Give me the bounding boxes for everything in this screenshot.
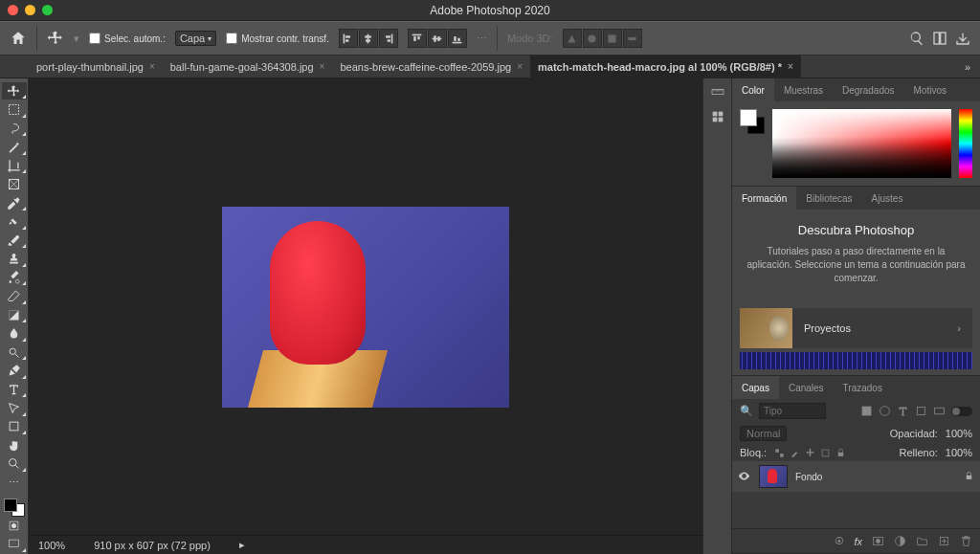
hand-tool[interactable] — [2, 436, 27, 454]
align-middle-button[interactable] — [428, 29, 447, 48]
align-right-button[interactable] — [379, 29, 398, 48]
panel-icon[interactable] — [710, 109, 725, 124]
document-image[interactable] — [222, 207, 509, 408]
align-left-button[interactable] — [339, 29, 358, 48]
tab-beans[interactable]: beans-brew-caffeine-coffee-2059.jpg× — [332, 55, 530, 78]
zoom-level[interactable]: 100% — [38, 540, 65, 551]
gradient-tool[interactable] — [2, 306, 27, 323]
move-tool[interactable] — [2, 82, 27, 100]
stamp-tool[interactable] — [2, 250, 27, 267]
close-tab-icon[interactable]: × — [320, 61, 325, 72]
filter-adjust-icon[interactable] — [879, 405, 891, 417]
eraser-tool[interactable] — [2, 287, 27, 304]
close-tab-icon[interactable]: × — [788, 61, 793, 72]
3d-mode-4-button[interactable] — [623, 29, 642, 48]
auto-select-checkbox[interactable]: Selec. autom.: — [89, 33, 166, 44]
layer-select-dropdown[interactable]: Capa — [175, 31, 216, 46]
tab-gradients[interactable]: Degradados — [833, 78, 903, 101]
lock-brush-icon[interactable] — [790, 448, 800, 458]
type-tool[interactable] — [2, 381, 27, 398]
home-icon[interactable] — [10, 30, 27, 47]
color-swatches[interactable] — [4, 499, 25, 517]
maximize-window-button[interactable] — [42, 5, 53, 15]
group-button[interactable] — [916, 535, 928, 547]
tab-match-active[interactable]: match-match-head-macro.jpg al 100% (RGB/… — [530, 55, 801, 78]
layer-thumbnail[interactable] — [759, 465, 788, 488]
zoom-tool[interactable] — [2, 455, 27, 473]
search-icon[interactable] — [909, 31, 924, 46]
learn-tile-projects[interactable]: Proyectos › — [740, 308, 972, 348]
path-tool[interactable] — [2, 399, 27, 416]
3d-mode-1-button[interactable] — [563, 29, 582, 48]
quickmask-button[interactable] — [2, 517, 27, 534]
blend-mode-select[interactable]: Normal — [740, 426, 787, 441]
opacity-value[interactable]: 100% — [946, 428, 972, 439]
document-info[interactable]: 910 px x 607 px (72 ppp) — [94, 540, 211, 551]
lock-pixels-icon[interactable] — [774, 448, 785, 458]
shape-tool[interactable] — [2, 418, 27, 435]
tab-overflow-button[interactable]: » — [955, 61, 980, 73]
wand-tool[interactable] — [2, 138, 27, 155]
history-brush-tool[interactable] — [2, 269, 27, 286]
filter-shape-icon[interactable] — [915, 405, 927, 417]
workspace-icon[interactable] — [932, 31, 947, 46]
pen-tool[interactable] — [2, 362, 27, 379]
learn-tile-secondary[interactable] — [740, 352, 972, 369]
new-layer-button[interactable] — [938, 535, 950, 547]
align-bottom-button[interactable] — [448, 29, 467, 48]
lock-all-icon[interactable] — [835, 448, 846, 458]
layer-filter-input[interactable] — [759, 403, 826, 419]
blur-tool[interactable] — [2, 324, 27, 342]
3d-mode-2-button[interactable] — [583, 29, 602, 48]
3d-mode-3-button[interactable] — [603, 29, 622, 48]
minimize-window-button[interactable] — [25, 5, 35, 15]
crop-tool[interactable] — [2, 157, 27, 174]
lock-icon[interactable] — [964, 471, 974, 483]
tab-ball[interactable]: ball-fun-game-goal-364308.jpg× — [163, 55, 333, 78]
fg-color-swatch[interactable] — [4, 499, 17, 512]
visibility-toggle[interactable] — [738, 470, 751, 484]
canvas[interactable] — [29, 78, 702, 535]
mask-button[interactable] — [872, 535, 884, 547]
tab-thumbnail[interactable]: port-play-thumbnail.jpg× — [29, 55, 163, 78]
frame-tool[interactable] — [2, 175, 27, 192]
filter-pixel-icon[interactable] — [860, 405, 873, 417]
tab-learn[interactable]: Formación — [732, 187, 796, 210]
close-tab-icon[interactable]: × — [149, 61, 155, 72]
align-top-button[interactable] — [408, 29, 427, 48]
tab-libraries[interactable]: Bibliotecas — [796, 187, 861, 210]
edit-toolbar-button[interactable]: ⋯ — [2, 474, 27, 491]
tab-layers[interactable]: Capas — [732, 376, 779, 399]
brush-tool[interactable] — [2, 232, 27, 249]
lasso-tool[interactable] — [2, 120, 27, 137]
filter-type-icon[interactable] — [897, 405, 909, 417]
close-window-button[interactable] — [8, 5, 18, 15]
status-chevron-icon[interactable]: ▸ — [239, 539, 245, 551]
color-field[interactable] — [772, 109, 951, 178]
lock-artboard-icon[interactable] — [820, 448, 831, 458]
filter-smart-icon[interactable] — [933, 405, 946, 417]
close-tab-icon[interactable]: × — [517, 61, 523, 72]
eyedropper-tool[interactable] — [2, 194, 27, 211]
adjustment-button[interactable] — [894, 535, 906, 547]
show-transform-checkbox[interactable]: Mostrar contr. transf. — [226, 33, 329, 44]
screenmode-button[interactable] — [2, 536, 27, 553]
fill-value[interactable]: 100% — [946, 447, 972, 458]
marquee-tool[interactable] — [2, 100, 27, 118]
fx-button[interactable]: fx — [854, 536, 862, 547]
tab-paths[interactable]: Trazados — [834, 376, 892, 399]
tab-channels[interactable]: Canales — [779, 376, 834, 399]
tab-color[interactable]: Color — [732, 78, 774, 101]
healing-tool[interactable] — [2, 212, 27, 230]
align-center-h-button[interactable] — [359, 29, 378, 48]
filter-toggle[interactable] — [951, 407, 972, 416]
trash-button[interactable] — [960, 535, 972, 547]
share-icon[interactable] — [955, 31, 970, 46]
lock-move-icon[interactable] — [805, 448, 815, 458]
tab-swatches[interactable]: Muestras — [774, 78, 833, 101]
hue-slider[interactable] — [959, 109, 972, 178]
ruler-icon[interactable] — [710, 84, 725, 100]
layer-fondo[interactable]: Fondo — [732, 461, 980, 492]
tab-patterns[interactable]: Motivos — [904, 78, 956, 101]
fgbg-swatches[interactable] — [740, 109, 765, 134]
